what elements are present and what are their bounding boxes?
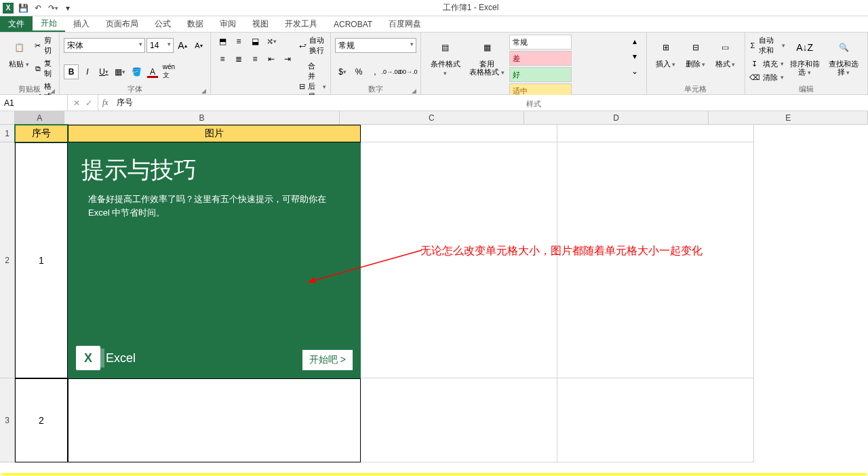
name-box[interactable] — [0, 95, 68, 111]
tips-body: 准备好提高工作效率了吗？这里有五个快速提示，可帮助你在 Excel 中节省时间。 — [81, 193, 347, 219]
percent-icon[interactable]: % — [351, 64, 366, 79]
conditional-format-button[interactable]: ▤ 条件格式 — [425, 34, 465, 80]
tab-dev[interactable]: 开发工具 — [277, 16, 326, 32]
worksheet-grid: A B C D E 1 2 3 序号 图片 1 2 提示与技巧 准备好提高工作效… — [0, 111, 868, 476]
cell-c3[interactable] — [361, 378, 557, 462]
cell-a2[interactable]: 1 — [15, 142, 68, 378]
underline-button[interactable]: U — [96, 64, 111, 79]
tips-start-button[interactable]: 开始吧 > — [302, 350, 353, 370]
bold-button[interactable]: B — [64, 64, 79, 79]
col-header-a[interactable]: A — [15, 111, 64, 125]
cell-b1[interactable]: 图片 — [68, 125, 361, 142]
tab-layout[interactable]: 页面布局 — [98, 16, 146, 32]
col-header-d[interactable]: D — [524, 111, 709, 125]
paste-button[interactable]: 📋 粘贴 — [4, 34, 34, 71]
styles-more-icon[interactable]: ⌄ — [627, 64, 642, 79]
font-color-button[interactable]: A — [145, 64, 160, 79]
cell-b3[interactable] — [68, 378, 361, 462]
tab-file[interactable]: 文件 — [0, 16, 33, 32]
col-header-e[interactable]: E — [709, 111, 868, 125]
tab-formulas[interactable]: 公式 — [146, 16, 179, 32]
increase-decimal-icon[interactable]: .0→.00 — [384, 64, 399, 79]
align-bottom-icon[interactable]: ⬓ — [248, 34, 262, 49]
cut-button[interactable]: ✂剪切 — [34, 34, 55, 57]
editing-group-label: 编辑 — [799, 84, 814, 94]
cell-a3[interactable]: 2 — [15, 378, 68, 462]
sort-filter-button[interactable]: A↓Z排序和筛选 — [785, 34, 825, 79]
increase-font-icon[interactable]: A▴ — [175, 38, 190, 53]
font-size-select[interactable] — [146, 38, 174, 53]
style-good[interactable]: 好 — [509, 67, 572, 82]
comma-icon[interactable]: , — [368, 64, 382, 79]
format-cells-button[interactable]: ▭格式 — [711, 34, 741, 71]
document-title: 工作簿1 - Excel — [73, 2, 868, 14]
currency-icon[interactable]: $ — [335, 64, 350, 79]
delete-cells-button[interactable]: ⊟删除 — [681, 34, 711, 71]
excel-logo-icon: X — [76, 346, 100, 370]
fx-icon[interactable]: fx — [98, 95, 113, 111]
style-bad[interactable]: 差 — [509, 51, 572, 66]
tab-review[interactable]: 审阅 — [212, 16, 244, 32]
font-name-select[interactable] — [64, 38, 145, 53]
cell-a1[interactable]: 序号 — [15, 125, 68, 142]
redo-icon[interactable]: ↷ — [47, 3, 58, 14]
fill-button[interactable]: ↧填充 — [749, 57, 785, 71]
border-button[interactable]: ▦ — [113, 64, 127, 79]
indent-decrease-icon[interactable]: ⇤ — [264, 52, 279, 66]
cell-c1[interactable] — [361, 125, 557, 142]
cell-styles-gallery[interactable]: 常规 差 好 适中 — [509, 34, 627, 99]
cell-d2[interactable] — [557, 142, 754, 378]
row-header-3[interactable]: 3 — [0, 378, 15, 462]
tab-insert[interactable]: 插入 — [65, 16, 98, 32]
undo-icon[interactable]: ↶ — [33, 3, 43, 14]
save-icon[interactable]: 💾 — [18, 3, 28, 14]
fill-color-button[interactable]: 🪣 — [129, 64, 144, 79]
align-center-icon[interactable]: ≣ — [231, 52, 246, 66]
style-normal[interactable]: 常规 — [509, 35, 572, 49]
cancel-formula-icon[interactable]: ✕ — [73, 98, 80, 108]
cell-d3[interactable] — [557, 378, 754, 462]
insert-cells-button[interactable]: ⊞插入 — [651, 34, 681, 71]
format-as-table-button[interactable]: ▦ 套用 表格格式 — [465, 34, 509, 79]
indent-increase-icon[interactable]: ⇥ — [280, 52, 295, 66]
autosum-button[interactable]: Σ自动求和 — [749, 34, 785, 57]
wrap-text-button[interactable]: ⮐自动换行 — [299, 34, 326, 57]
phonetic-button[interactable]: wén文 — [161, 64, 176, 79]
number-format-select[interactable] — [335, 38, 416, 53]
format-cells-icon: ▭ — [715, 37, 736, 58]
cell-d1[interactable] — [557, 125, 754, 142]
excel-icon: X — [3, 3, 14, 14]
col-header-b[interactable]: B — [64, 111, 340, 125]
annotation-arrow — [307, 247, 429, 287]
copy-button[interactable]: ⧉复制 — [34, 57, 55, 80]
italic-button[interactable]: I — [80, 64, 95, 79]
tab-baidu[interactable]: 百度网盘 — [380, 16, 429, 32]
row-header-2[interactable]: 2 — [0, 142, 15, 378]
styles-group-label: 样式 — [526, 99, 541, 109]
tab-acrobat[interactable]: ACROBAT — [326, 16, 380, 32]
find-select-button[interactable]: 🔍查找和选择 — [824, 34, 863, 79]
align-top-icon[interactable]: ⬒ — [215, 34, 230, 49]
enter-formula-icon[interactable]: ✓ — [85, 98, 92, 108]
row-header-1[interactable]: 1 — [0, 125, 15, 142]
styles-scroll-down-icon[interactable]: ▾ — [627, 49, 642, 64]
tab-home[interactable]: 开始 — [33, 16, 65, 32]
clipboard-launcher-icon[interactable]: ◢ — [50, 87, 55, 94]
number-launcher-icon[interactable]: ◢ — [412, 87, 416, 94]
styles-scroll-up-icon[interactable]: ▴ — [627, 34, 642, 49]
align-left-icon[interactable]: ≡ — [215, 52, 230, 66]
align-middle-icon[interactable]: ≡ — [231, 34, 246, 49]
col-header-c[interactable]: C — [340, 111, 524, 125]
select-all-corner[interactable] — [0, 111, 15, 125]
clear-button[interactable]: ⌫清除 — [749, 71, 785, 84]
qat-customize-icon[interactable]: ▾ — [62, 3, 73, 14]
decrease-decimal-icon[interactable]: .00→.0 — [400, 64, 415, 79]
font-launcher-icon[interactable]: ◢ — [201, 87, 206, 94]
tab-view[interactable]: 视图 — [244, 16, 277, 32]
annotation-text: 无论怎么改变单元格大小，图片都随着单元格大小一起变化 — [420, 244, 703, 258]
orientation-icon[interactable]: ⤭ — [264, 34, 279, 49]
align-right-icon[interactable]: ≡ — [248, 52, 262, 66]
tab-data[interactable]: 数据 — [179, 16, 212, 32]
sort-filter-icon: A↓Z — [794, 37, 816, 58]
decrease-font-icon[interactable]: A▾ — [191, 38, 206, 53]
